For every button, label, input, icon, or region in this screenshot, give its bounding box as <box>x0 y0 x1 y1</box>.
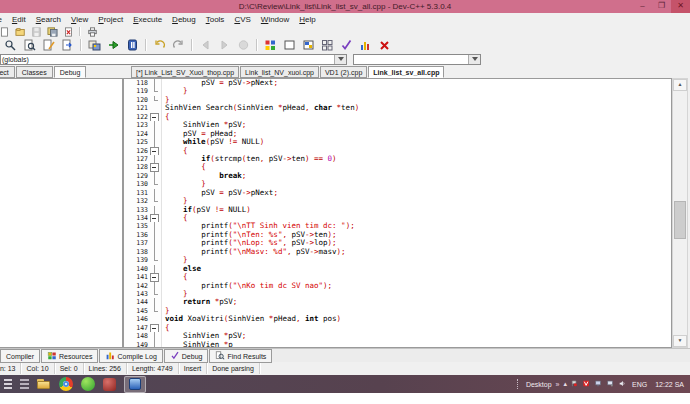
run-icon[interactable] <box>104 37 123 54</box>
editor-tab-link-list-nv-xuoi-cpp[interactable]: Link_list_NV_xuoi.cpp <box>240 66 319 78</box>
line-number: 132 <box>124 197 150 205</box>
compile-icon[interactable] <box>85 37 104 54</box>
minimize-icon[interactable]: – <box>633 0 652 13</box>
code-text: SinhVien Search(SinhVien *pHead, char *t… <box>162 104 359 112</box>
panel-tab-classes[interactable]: Classes <box>16 66 53 78</box>
goto-bookmark-icon[interactable] <box>299 37 318 54</box>
save-icon[interactable] <box>28 25 44 38</box>
vertical-scrollbar[interactable]: ▲ ▼ <box>672 78 688 348</box>
window-list-icon[interactable] <box>318 37 337 54</box>
find-icon[interactable] <box>1 37 20 54</box>
fold-collapse-icon[interactable] <box>150 113 162 121</box>
line-number: 133 <box>124 206 150 214</box>
editor-tab-link-list-sv-all-cpp[interactable]: Link_list_sv_all.cpp <box>368 66 444 78</box>
replace-icon[interactable] <box>39 37 58 54</box>
fold-collapse-icon[interactable] <box>150 163 162 171</box>
report-tab-label: Compile Log <box>117 353 156 360</box>
menu-tools[interactable]: Tools <box>201 13 230 26</box>
report-tab-compiler[interactable]: Compiler <box>0 349 40 363</box>
chevron-down-icon[interactable] <box>334 55 346 64</box>
scrollbar-thumb[interactable] <box>674 201 686 239</box>
line-number: 149 <box>124 341 150 348</box>
tray-antivirus-tray-icon[interactable] <box>583 380 592 389</box>
restore-icon[interactable]: ❐ <box>652 0 671 13</box>
status-field: Insert <box>179 363 208 374</box>
insert-icon[interactable] <box>261 37 280 54</box>
desktop-toolbar-label[interactable]: Desktop <box>526 381 552 388</box>
chevron-right-icon[interactable]: » <box>556 381 560 388</box>
show-hidden-icons-icon[interactable]: ▴ <box>564 380 568 388</box>
panel-tab-project[interactable]: Project <box>0 66 15 78</box>
syntax-check-icon[interactable] <box>337 37 356 54</box>
profile-icon[interactable] <box>356 37 375 54</box>
fold-collapse-icon[interactable] <box>150 214 162 222</box>
editor-tab-vd1-2-cpp[interactable]: VD1 (2).cpp <box>320 66 367 78</box>
line-number: 131 <box>124 189 150 197</box>
panel-tab-debug[interactable]: Debug <box>54 66 87 78</box>
back-icon[interactable] <box>196 37 215 54</box>
line-number: 145 <box>124 307 150 315</box>
report-tab-debug[interactable]: Debug <box>164 349 209 363</box>
delete-profile-icon[interactable] <box>375 37 394 54</box>
taskbar-explorer-icon[interactable] <box>37 377 51 391</box>
toolbar-gripper[interactable] <box>517 379 520 389</box>
debug-program-icon[interactable] <box>123 37 142 54</box>
menu-cvs[interactable]: CVS <box>229 13 255 26</box>
taskbar-devcpp-icon[interactable] <box>124 376 146 393</box>
secondary-toolbar <box>0 37 690 53</box>
scroll-down-icon[interactable]: ▼ <box>673 335 687 347</box>
fold-collapse-icon[interactable] <box>150 273 162 281</box>
tray-flag-icon[interactable] <box>571 380 580 389</box>
menu-window[interactable]: Window <box>256 13 294 26</box>
scroll-up-icon[interactable]: ▲ <box>673 79 687 91</box>
tray-network-icon[interactable] <box>607 380 616 389</box>
report-tab-resources[interactable]: Resources <box>41 349 98 363</box>
tray-volume-icon[interactable] <box>619 380 628 389</box>
title-bar[interactable]: D:\C\Review\Link_list\Link_list_sv_all.c… <box>0 0 690 13</box>
taskbar-antivirus-icon[interactable] <box>81 377 95 391</box>
code-editor[interactable]: 118 pSV = pSV->pNext;119 }120}121SinhVie… <box>123 78 672 348</box>
taskbar-quicklaunch-icon[interactable] <box>20 379 29 391</box>
line-number: 122 <box>124 113 150 121</box>
fold-margin <box>150 332 162 340</box>
fold-collapse-icon[interactable] <box>150 324 162 332</box>
toggle-bookmark-icon[interactable] <box>280 37 299 54</box>
member-combobox[interactable] <box>353 54 481 65</box>
left-panel-body[interactable] <box>0 78 123 348</box>
close-icon[interactable]: ✕ <box>671 0 690 13</box>
fold-margin <box>150 222 162 230</box>
taskbar-tasklist-icon[interactable] <box>4 379 12 391</box>
clock[interactable]: 12:22 SA <box>651 381 686 388</box>
tray-icons <box>571 380 628 389</box>
fold-margin <box>150 248 162 256</box>
goto-line-icon[interactable] <box>58 37 77 54</box>
code-line: 138 printf("\nMasv: %d", pSV->masv); <box>124 248 671 256</box>
tray-display-icon[interactable] <box>595 380 604 389</box>
report-tab-find-results[interactable]: Find Results <box>209 349 272 363</box>
line-number: 121 <box>124 104 150 112</box>
window-controls: – ❐ ✕ <box>633 0 690 13</box>
line-number: 127 <box>124 155 150 163</box>
taskbar-chrome-icon[interactable] <box>59 377 73 391</box>
code-line: 142 printf("\nKo tim dc SV nao"); <box>124 282 671 290</box>
forward-icon[interactable] <box>215 37 234 54</box>
menu-help[interactable]: Help <box>294 13 320 26</box>
menu-debug[interactable]: Debug <box>167 13 201 26</box>
abort-icon[interactable] <box>234 37 253 54</box>
class-browser-combobox[interactable]: (globals) <box>0 54 347 65</box>
taskbar-app-icon[interactable] <box>103 378 116 391</box>
menu-execute[interactable]: Execute <box>128 13 167 26</box>
fold-margin <box>150 307 162 315</box>
menu-project[interactable]: Project <box>93 13 128 26</box>
line-number: 126 <box>124 147 150 155</box>
line-number: 144 <box>124 298 150 306</box>
fold-collapse-icon[interactable] <box>150 147 162 155</box>
undo-icon[interactable] <box>150 37 169 54</box>
redo-icon[interactable] <box>169 37 188 54</box>
editor-tab-link-list-sv-xuoi-thop-cpp[interactable]: [*] Link_List_SV_Xuoi_thop.cpp <box>131 66 239 78</box>
report-tab-compile-log[interactable]: Compile Log <box>99 349 162 363</box>
find-in-files-icon[interactable] <box>20 37 39 54</box>
language-indicator[interactable]: ENG <box>632 381 647 388</box>
fold-margin <box>150 290 162 298</box>
chevron-down-icon[interactable] <box>468 55 480 64</box>
